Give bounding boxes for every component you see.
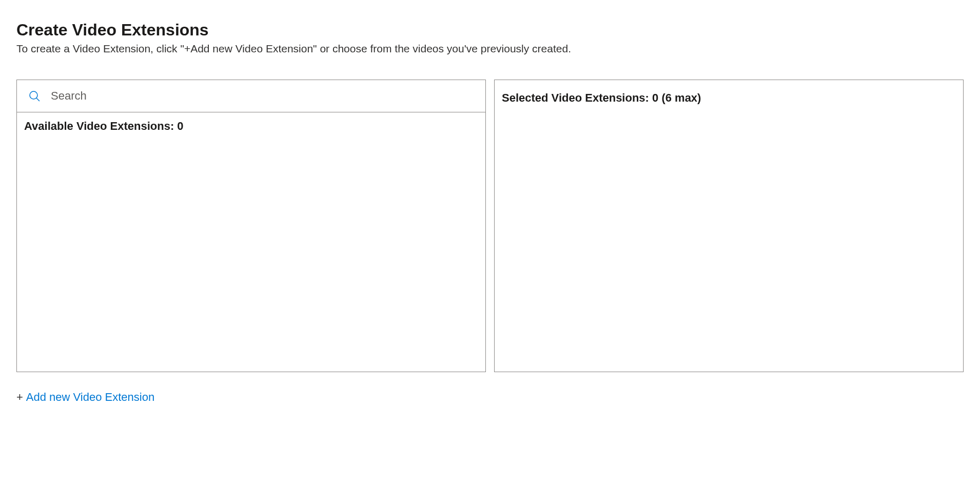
- selected-max-suffix: (6 max): [658, 91, 701, 104]
- add-new-video-extension-link[interactable]: + Add new Video Extension: [16, 391, 154, 404]
- selected-header: Selected Video Extensions: 0 (6 max): [495, 80, 963, 112]
- search-input[interactable]: [51, 89, 474, 103]
- available-label-prefix: Available Video Extensions:: [24, 120, 177, 132]
- search-bar: [17, 80, 485, 112]
- svg-line-1: [36, 98, 40, 101]
- selected-count: 0: [652, 91, 658, 104]
- available-header: Available Video Extensions: 0: [17, 112, 485, 140]
- selected-panel: Selected Video Extensions: 0 (6 max): [494, 80, 964, 372]
- svg-point-0: [30, 91, 37, 99]
- available-count: 0: [177, 120, 183, 132]
- selected-label-prefix: Selected Video Extensions:: [502, 91, 652, 104]
- plus-icon: +: [16, 391, 23, 404]
- page-subtitle: To create a Video Extension, click "+Add…: [16, 43, 964, 55]
- search-icon: [28, 90, 41, 102]
- add-new-label: Add new Video Extension: [26, 391, 154, 404]
- available-panel: Available Video Extensions: 0: [16, 80, 486, 372]
- panels-container: Available Video Extensions: 0 Selected V…: [16, 80, 964, 372]
- page-title: Create Video Extensions: [16, 21, 964, 40]
